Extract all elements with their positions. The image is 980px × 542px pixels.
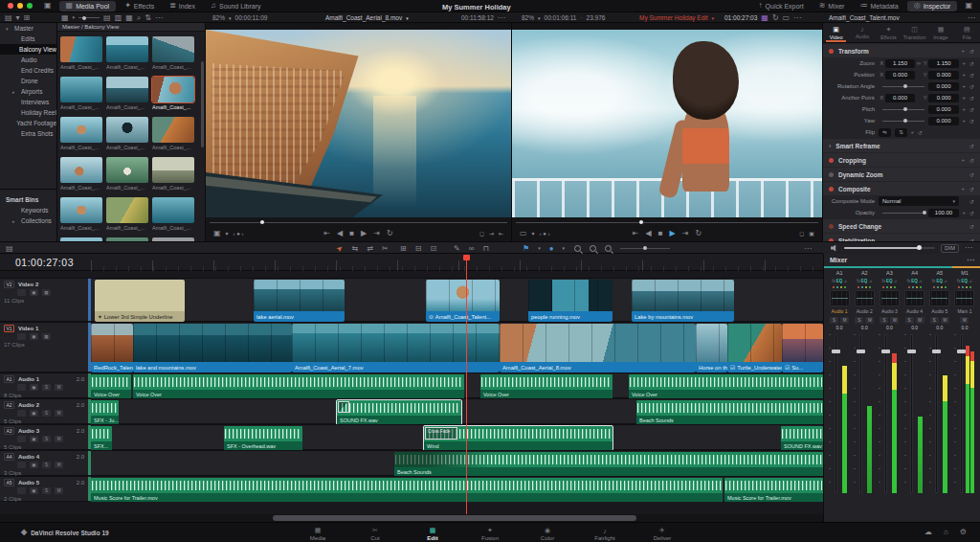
zoom-custom-icon[interactable] (605, 245, 612, 252)
clip-view-icon[interactable]: ▦ (61, 14, 69, 22)
track-enable-icon[interactable]: ▦ (42, 289, 51, 296)
zoom-full-extent-icon[interactable] (574, 245, 581, 252)
fader-knob[interactable] (907, 350, 916, 353)
value-field[interactable]: 0.000 (928, 105, 959, 114)
reset-icon[interactable]: ↺ (969, 106, 974, 113)
media-clip-thumbnail[interactable]: Amalfi_Coast_... (152, 157, 196, 191)
track-lock-icon[interactable] (17, 410, 26, 417)
thumbnail-view-icon[interactable]: ▥ (115, 14, 122, 22)
track-mute-button[interactable]: M (55, 436, 63, 442)
eq-label[interactable]: EQ (861, 279, 868, 283)
thumb-size-slider[interactable] (78, 17, 100, 18)
timeline-audio-clip[interactable]: Voice Over (629, 374, 823, 398)
cloud-icon[interactable]: ☁ (924, 528, 932, 536)
timeline-mode-caret-icon[interactable]: ▾ (532, 231, 535, 237)
media-clip-thumbnail[interactable]: Amalfi_Coast_... (60, 77, 104, 110)
fader-knob[interactable] (957, 350, 966, 353)
sidebar-item-collections[interactable]: ▸Collections (0, 215, 56, 226)
play-button[interactable]: ▶ (361, 230, 367, 237)
source-scrub-bar[interactable] (206, 220, 511, 225)
tab-video[interactable]: ▣Video (823, 23, 849, 42)
track-id-badge[interactable]: A3 (4, 427, 14, 435)
reset-icon[interactable]: ↺ (969, 83, 974, 90)
eq-curve-thumbnail[interactable] (954, 290, 974, 306)
eq-curve-thumbnail[interactable] (904, 290, 924, 306)
timeline-clip[interactable]: lake and mountains.mov (133, 324, 292, 373)
reset-icon[interactable]: ↺ (969, 118, 974, 124)
solo-button[interactable]: S (830, 317, 838, 324)
tab-audio[interactable]: ♪Audio (849, 23, 875, 42)
eq-curve-thumbnail[interactable] (929, 290, 949, 306)
page-tab-media[interactable]: ▦Media (301, 525, 335, 541)
fader-knob[interactable] (832, 350, 840, 353)
add-keyframe-icon[interactable]: + (962, 118, 966, 124)
mixer-strip-m1[interactable]: M1fxEQ⊿Main 1M0.0 (952, 270, 977, 495)
timeline-clip[interactable]: Amalfi_Coast_Aerial_8.mov (500, 324, 696, 373)
media-clip-thumbnail[interactable]: Amalfi_Coast_... (60, 36, 104, 70)
fader-area[interactable] (929, 332, 950, 495)
fader-knob[interactable] (881, 350, 890, 353)
mute-button[interactable]: M (916, 317, 924, 324)
sidebar-item-balcony-view[interactable]: Balcony View (0, 44, 56, 55)
window-close-button[interactable] (8, 3, 13, 9)
timeline-audio-clip[interactable]: SFX... (91, 426, 112, 450)
eq-label[interactable]: EQ (911, 279, 918, 283)
value-field-y[interactable]: 0.000 (928, 94, 959, 102)
timeline-scrub-bar[interactable] (512, 220, 822, 225)
sidebar-item-airports[interactable]: ▸Airports (0, 86, 56, 97)
reset-icon[interactable]: ↺ (969, 186, 974, 192)
flag-caret-icon[interactable]: ▾ (538, 246, 541, 251)
mixer-strip-a1[interactable]: A1fxEQ⊿Audio 1SM0.0 (827, 270, 852, 495)
loop-button[interactable]: ↻ (387, 230, 393, 237)
mixer-strip-a2[interactable]: A2fxEQ⊿Audio 2SM0.0 (852, 270, 877, 495)
sidebar-item-extra-shots[interactable]: Extra Shots (0, 128, 56, 139)
add-keyframe-icon[interactable]: + (961, 48, 965, 55)
zoom-detail-icon[interactable] (590, 245, 596, 252)
playhead-line[interactable] (466, 255, 467, 514)
track-lock-icon[interactable] (17, 289, 26, 296)
source-clip-selector[interactable]: Amalfi_Coast_Aerial_8.mov▾ (325, 12, 409, 23)
titlebar-button-effects[interactable]: ✦Effects (118, 1, 161, 11)
snapping-icon[interactable]: ⊓ (482, 245, 488, 253)
timeline-selector[interactable]: My Summer Holiday Edit▾ (639, 12, 714, 23)
reset-icon[interactable]: ↺ (969, 198, 974, 205)
add-keyframe-icon[interactable]: + (962, 60, 966, 67)
value-field[interactable]: 0.000 (928, 117, 959, 125)
panel-toggle-left-icon[interactable]: ▣ (44, 2, 52, 10)
sort-icon[interactable]: ⇅ (145, 14, 151, 22)
window-zoom-button[interactable] (27, 3, 33, 9)
clip-view-caret-icon[interactable]: ▾ (73, 15, 76, 20)
track-solo-button[interactable]: S (42, 384, 51, 391)
section-enable-dot[interactable] (829, 49, 834, 54)
media-clip-thumbnail[interactable]: Amalfi_Coast_... (152, 77, 196, 110)
titlebar-button-index[interactable]: ≣Index (163, 1, 202, 11)
track-header-a3[interactable]: A3Audio 32.0▣SM5 Clips (0, 424, 88, 450)
sidebar-item-edits[interactable]: Edits (0, 34, 56, 44)
viewer-options-icon[interactable]: ⋯ (793, 14, 801, 22)
track-id-badge[interactable]: A2 (4, 401, 14, 409)
track-lock-icon[interactable] (17, 384, 26, 391)
timeline-audio-clip[interactable]: SOUND FX.wav (781, 426, 823, 450)
mute-button[interactable]: M (890, 317, 899, 324)
tab-effects[interactable]: ✦Effects (876, 23, 902, 42)
timeline-zoom-control[interactable]: 82%▾ 00:01:06:11 ·23.976 (522, 12, 605, 23)
selection-tool-icon[interactable]: ➤ (335, 243, 345, 253)
settings-gear-icon[interactable]: ⚙ (960, 528, 967, 536)
eq-curve-thumbnail[interactable] (830, 290, 850, 306)
bin-new-icon[interactable]: ⊞ (24, 14, 31, 22)
timeline-clip[interactable]: ⊙Amalfi_Coast_Talent... (426, 280, 500, 322)
last-frame-button[interactable]: ⇥ (373, 230, 380, 237)
monitor-volume-slider[interactable] (844, 247, 935, 249)
list-view-icon[interactable]: ▤ (103, 14, 111, 22)
timeline-clip[interactable]: RedRock_Talent_3... (91, 324, 133, 373)
fader-area[interactable] (854, 332, 875, 495)
sidebar-item-yacht-footage[interactable]: Yacht Footage (0, 118, 56, 128)
sidebar-item-keywords[interactable]: Keywords (0, 205, 56, 215)
titlebar-button-metadata[interactable]: ≔Metadata (853, 1, 904, 11)
add-keyframe-icon[interactable]: + (962, 106, 966, 113)
window-minimize-button[interactable] (17, 3, 23, 9)
overwrite-clip-icon[interactable]: ⊟ (415, 245, 422, 253)
track-auto-select-icon[interactable]: ▣ (30, 436, 38, 442)
camera-icon[interactable]: ▣ (809, 231, 814, 237)
opacity-slider[interactable] (882, 213, 924, 214)
